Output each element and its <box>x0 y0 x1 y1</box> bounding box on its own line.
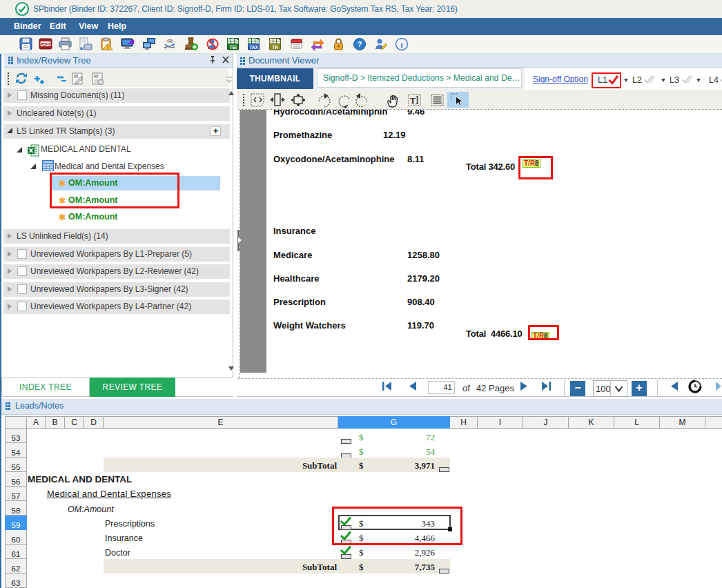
svg-text:?: ? <box>358 40 362 48</box>
svg-text:W: W <box>94 74 99 79</box>
svg-text:PBFX: PBFX <box>41 42 51 46</box>
svg-text:T: T <box>410 96 416 106</box>
svg-text:!: ! <box>107 45 108 50</box>
svg-text:TR: TR <box>272 45 278 50</box>
svg-text:(1): (1) <box>167 39 172 43</box>
svg-text:i: i <box>400 41 402 49</box>
svg-text:TEI: TEI <box>229 45 236 50</box>
svg-text:W: W <box>74 74 79 79</box>
svg-text:TAX: TAX <box>249 45 258 50</box>
